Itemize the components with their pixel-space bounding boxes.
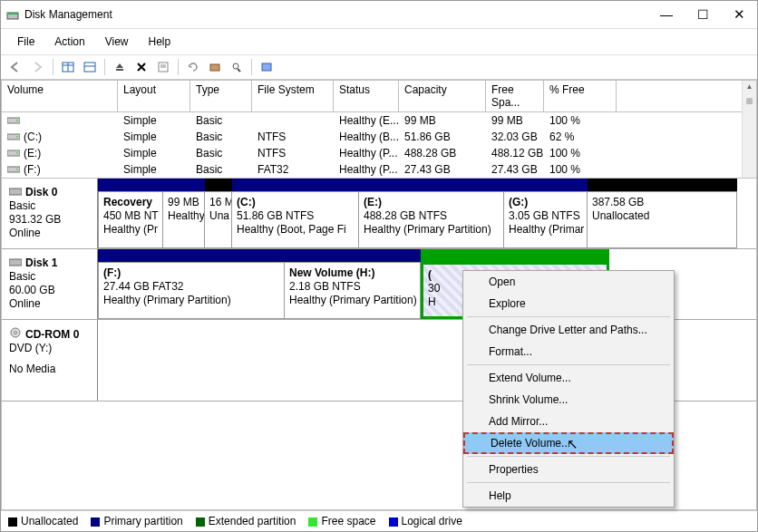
disk1-type: Basic — [9, 270, 90, 284]
legend-extended: Extended partition — [196, 515, 296, 527]
menubar: File Action View Help — [1, 29, 757, 55]
cdrom-title: CD-ROM 0 — [25, 328, 79, 342]
disk-row-0: Disk 0 Basic 931.32 GB Online Recovery45… — [2, 179, 756, 249]
svg-rect-14 — [262, 63, 271, 71]
ctx-extend[interactable]: Extend Volume... — [463, 367, 674, 389]
ctx-sep — [467, 482, 670, 483]
close-button[interactable]: ✕ — [721, 5, 757, 24]
disk-icon — [9, 256, 22, 270]
forward-button[interactable] — [28, 58, 48, 76]
svg-rect-7 — [116, 69, 123, 71]
svg-line-13 — [238, 69, 240, 72]
toolbar-settings-icon[interactable] — [257, 58, 277, 76]
toolbar-table-icon[interactable] — [58, 58, 78, 76]
ctx-help[interactable]: Help — [463, 485, 674, 507]
cdrom-state: No Media — [9, 363, 90, 376]
svg-rect-11 — [210, 64, 219, 71]
disk-info-cdrom[interactable]: CD-ROM 0 DVD (Y:) No Media — [2, 320, 98, 401]
cdrom-type: DVD (Y:) — [9, 342, 90, 355]
ctx-change-letter[interactable]: Change Drive Letter and Paths... — [463, 319, 674, 341]
col-capacity[interactable]: Capacity — [399, 81, 486, 112]
ctx-shrink[interactable]: Shrink Volume... — [463, 389, 674, 411]
svg-point-18 — [16, 136, 18, 138]
partition-cell[interactable]: (E:)488.28 GB NTFSHealthy (Primary Parti… — [359, 191, 504, 248]
menu-action[interactable]: Action — [45, 33, 93, 51]
ctx-open[interactable]: Open — [463, 271, 674, 293]
svg-point-12 — [233, 63, 238, 69]
volume-row[interactable]: (C:)SimpleBasicNTFSHealthy (B...51.86 GB… — [2, 129, 756, 145]
toolbar-rescan-icon[interactable] — [205, 58, 225, 76]
volume-row[interactable]: (F:)SimpleBasicFAT32Healthy (P...27.43 G… — [2, 161, 756, 178]
volume-row[interactable]: SimpleBasicHealthy (E...99 MB99 MB100 % — [2, 112, 756, 129]
disk0-title: Disk 0 — [25, 186, 57, 199]
partition-cell[interactable]: New Volume (H:)2.18 GB NTFSHealthy (Prim… — [285, 262, 421, 319]
partition-cell[interactable]: (C:)51.86 GB NTFSHealthy (Boot, Page Fi — [232, 191, 359, 248]
disk-icon — [9, 186, 22, 199]
toolbar-x-icon[interactable] — [131, 58, 151, 76]
col-volume[interactable]: Volume — [2, 81, 118, 112]
partition-cell[interactable]: 99 MBHealthy — [163, 191, 205, 248]
col-free[interactable]: Free Spa... — [486, 81, 544, 112]
disk0-partitions: Recovery450 MB NTHealthy (Pr99 MBHealthy… — [98, 179, 756, 248]
col-spacer — [617, 81, 756, 112]
svg-rect-1 — [7, 13, 18, 15]
disk1-size: 60.00 GB — [9, 284, 90, 297]
toolbar-properties-icon[interactable] — [153, 58, 173, 76]
titlebar: Disk Management — ☐ ✕ — [1, 1, 757, 29]
ctx-format[interactable]: Format... — [463, 341, 674, 363]
app-icon — [6, 8, 19, 21]
legend-primary: Primary partition — [91, 515, 182, 527]
back-button[interactable] — [6, 58, 26, 76]
ctx-delete-volume[interactable]: Delete Volume...↖ — [463, 432, 674, 454]
menu-view[interactable]: View — [96, 33, 138, 51]
svg-point-20 — [16, 152, 18, 154]
legend-free: Free space — [308, 515, 375, 527]
disk0-size: 931.32 GB — [9, 213, 90, 227]
menu-help[interactable]: Help — [140, 33, 180, 51]
partition-cell[interactable]: Recovery450 MB NTHealthy (Pr — [98, 191, 163, 248]
legend-unallocated: Unallocated — [8, 515, 78, 527]
svg-rect-23 — [9, 189, 22, 195]
window-title: Disk Management — [24, 8, 112, 21]
ctx-sep — [467, 456, 670, 457]
partition-cell[interactable]: 16 MUna — [205, 191, 232, 248]
toolbar-search-icon[interactable] — [227, 58, 247, 76]
legend: Unallocated Primary partition Extended p… — [1, 510, 757, 531]
col-type[interactable]: Type — [190, 81, 252, 112]
toolbar-list-icon[interactable] — [80, 58, 100, 76]
disk-info-1[interactable]: Disk 1 Basic 60.00 GB Online — [2, 249, 98, 319]
disk1-state: Online — [9, 297, 90, 311]
svg-point-16 — [16, 120, 18, 121]
col-pctfree[interactable]: % Free — [544, 81, 617, 112]
volume-list-header: Volume Layout Type File System Status Ca… — [2, 81, 756, 112]
col-status[interactable]: Status — [334, 81, 399, 112]
toolbar-eject-icon[interactable] — [110, 58, 130, 76]
ctx-sep — [467, 364, 670, 365]
partition-cell[interactable]: (F:)27.44 GB FAT32Healthy (Primary Parti… — [98, 262, 285, 319]
partition-cell[interactable]: (G:)3.05 GB NTFSHealthy (Primar — [504, 191, 588, 248]
ctx-explore[interactable]: Explore — [463, 293, 674, 314]
volume-list-body: SimpleBasicHealthy (E...99 MB99 MB100 %(… — [2, 112, 756, 178]
minimize-button[interactable]: — — [648, 5, 685, 24]
disk1-title: Disk 1 — [25, 256, 57, 270]
menu-file[interactable]: File — [8, 33, 44, 51]
partition-cell[interactable]: 387.58 GBUnallocated — [588, 191, 737, 248]
svg-point-22 — [16, 169, 18, 170]
col-filesystem[interactable]: File System — [252, 81, 334, 112]
cdrom-icon — [9, 327, 22, 342]
toolbar-refresh-icon[interactable] — [183, 58, 203, 76]
svg-rect-24 — [9, 259, 22, 266]
disk-info-0[interactable]: Disk 0 Basic 931.32 GB Online — [2, 179, 98, 248]
volume-scrollbar[interactable] — [742, 81, 756, 178]
ctx-mirror[interactable]: Add Mirror... — [463, 411, 674, 432]
disk0-type: Basic — [9, 199, 90, 213]
toolbar — [1, 55, 757, 80]
svg-point-26 — [15, 332, 17, 334]
col-layout[interactable]: Layout — [118, 81, 190, 112]
maximize-button[interactable]: ☐ — [685, 5, 721, 24]
ctx-properties[interactable]: Properties — [463, 459, 674, 480]
volume-row[interactable]: (E:)SimpleBasicNTFSHealthy (P...488.28 G… — [2, 145, 756, 161]
disk0-state: Online — [9, 227, 90, 240]
ctx-sep — [467, 316, 670, 317]
context-menu: Open Explore Change Drive Letter and Pat… — [462, 270, 675, 508]
